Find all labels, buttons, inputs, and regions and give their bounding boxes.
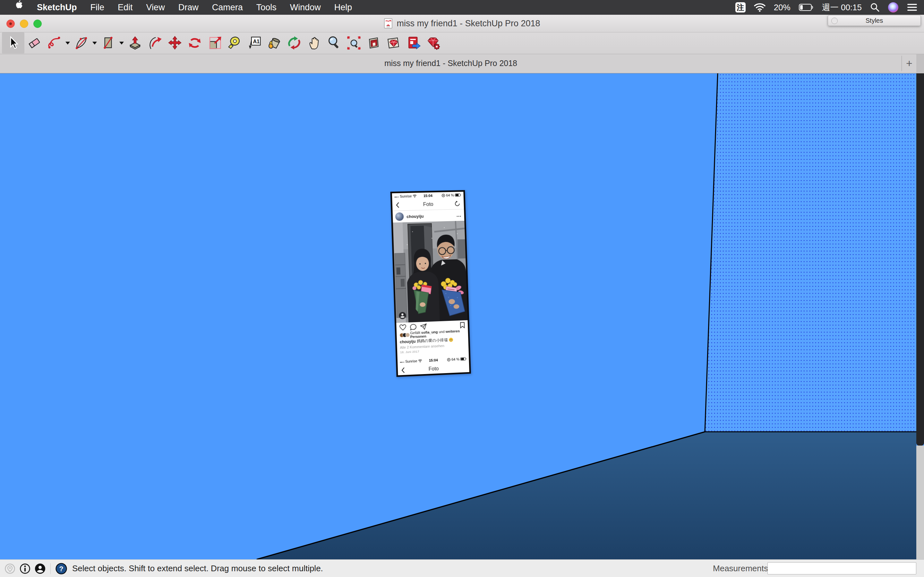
menu-sketchup[interactable]: SketchUp: [30, 0, 84, 15]
menu-tools[interactable]: Tools: [250, 0, 283, 15]
like-icon[interactable]: [399, 324, 407, 331]
apple-menu[interactable]: [7, 0, 30, 15]
measurements-label: Measurements: [713, 560, 768, 577]
battery-percent: 20%: [774, 3, 790, 13]
carrier-name: Sunrise: [400, 194, 412, 198]
push-pull-icon: [128, 35, 142, 50]
menubar-clock[interactable]: 週一 00:15: [822, 2, 862, 13]
arc-tool-button[interactable]: [71, 33, 91, 53]
status-bar: ? Select objects. Shift to extend select…: [0, 559, 924, 577]
photo-textures-button[interactable]: [384, 33, 404, 53]
input-method-icon[interactable]: 注: [735, 2, 746, 13]
styles-palette[interactable]: Styles: [828, 15, 921, 26]
post-username[interactable]: chouyiju: [407, 213, 424, 219]
3d-warehouse-icon: [367, 35, 381, 50]
menu-help[interactable]: Help: [328, 0, 359, 15]
rotate-icon: [187, 35, 202, 50]
scale-icon: [207, 35, 222, 50]
text-icon: A1: [247, 35, 262, 50]
menu-camera[interactable]: Camera: [205, 0, 250, 15]
zoom-extents-tool-button[interactable]: [344, 33, 364, 53]
zoom-icon: [326, 35, 341, 50]
menu-file[interactable]: File: [84, 0, 111, 15]
wifi-icon: [418, 359, 422, 363]
status-hint-text: Select objects. Shift to extend select. …: [72, 564, 323, 574]
push-pull-tool-button[interactable]: [125, 33, 145, 53]
spotlight-icon[interactable]: [870, 3, 880, 12]
avatar[interactable]: [395, 212, 404, 221]
notification-center-icon[interactable]: [907, 3, 918, 11]
palette-title: Styles: [828, 15, 921, 26]
smile-emoji-icon: [449, 338, 453, 342]
phone-battery-icon: [460, 357, 467, 361]
desktop-edge: [916, 446, 924, 559]
follow-me-tool-button[interactable]: [145, 33, 165, 53]
help-icon[interactable]: ?: [55, 563, 67, 574]
geolocation-icon[interactable]: [5, 563, 15, 574]
zoom-tool-button[interactable]: [324, 33, 344, 53]
scale-tool-button[interactable]: [205, 33, 225, 53]
send-to-layout-button[interactable]: [404, 33, 423, 53]
svg-text:?: ?: [59, 565, 63, 573]
3d-warehouse-button[interactable]: [364, 33, 384, 53]
select-tool-button[interactable]: [2, 32, 24, 53]
freehand-tool-button[interactable]: [44, 33, 64, 53]
post-more-button[interactable]: …: [456, 212, 462, 218]
model-viewport[interactable]: 15:04 Sunrise: [0, 73, 924, 559]
svg-text:A1: A1: [253, 39, 260, 44]
extension-warehouse-button[interactable]: [423, 33, 443, 53]
orbit-icon: [287, 35, 302, 50]
arc-dropdown[interactable]: [91, 33, 98, 53]
follow-me-icon: [148, 35, 162, 50]
wifi-icon[interactable]: [754, 3, 766, 12]
share-icon[interactable]: [420, 324, 427, 330]
menu-window[interactable]: Window: [283, 0, 328, 15]
active-document-tab[interactable]: miss my friend1 - SketchUp Pro 2018: [0, 54, 901, 73]
tabbar-end-cap: [916, 54, 924, 73]
menu-draw[interactable]: Draw: [172, 0, 205, 15]
pan-tool-button[interactable]: [304, 33, 324, 53]
siri-icon[interactable]: [888, 2, 898, 13]
instagram-screenshot-tile: 15:04 Sunrise: [392, 192, 469, 358]
toolbar: A1: [0, 32, 924, 54]
paint-bucket-tool-button[interactable]: [264, 33, 284, 53]
orbit-tool-button[interactable]: [284, 33, 304, 53]
tape-measure-icon: [227, 35, 242, 50]
shape-tool-button[interactable]: [98, 33, 118, 53]
nav-title: Foto: [392, 198, 464, 211]
comment-icon[interactable]: [410, 324, 417, 330]
document-icon[interactable]: [384, 18, 393, 29]
new-tab-button[interactable]: +: [902, 54, 916, 73]
text-tool-button[interactable]: A1: [244, 33, 264, 53]
liker-name[interactable]: sofia_ung: [421, 330, 438, 334]
statusbar-divider: [50, 563, 51, 574]
instructor-info-icon[interactable]: [19, 563, 31, 574]
window-title: miss my friend1 - SketchUp Pro 2018: [397, 19, 540, 29]
arc-icon: [74, 35, 89, 50]
selected-wall-face[interactable]: [705, 73, 916, 432]
rotate-tool-button[interactable]: [185, 33, 205, 53]
move-tool-button[interactable]: [165, 33, 185, 53]
caption-username[interactable]: chouyiju: [400, 339, 416, 344]
phone-battery-percent: 64 %: [451, 357, 459, 361]
phone-photo-object[interactable]: 15:04 Sunrise: [391, 190, 471, 377]
shape-dropdown[interactable]: [118, 33, 125, 53]
measurements-input[interactable]: [767, 562, 916, 574]
document-tabbar: miss my friend1 - SketchUp Pro 2018 +: [0, 54, 924, 73]
macos-menubar: SketchUp File Edit View Draw Camera Tool…: [0, 0, 924, 15]
battery-icon[interactable]: [799, 3, 814, 11]
bookmark-icon[interactable]: [460, 322, 465, 328]
freehand-dropdown[interactable]: [64, 33, 71, 53]
phone-battery-icon: [455, 193, 461, 197]
menu-edit[interactable]: Edit: [111, 0, 140, 15]
sign-in-icon[interactable]: [35, 563, 45, 574]
eraser-tool-button[interactable]: [24, 33, 44, 53]
paint-bucket-icon: [267, 35, 282, 50]
refresh-icon[interactable]: [454, 200, 461, 207]
photo-textures-icon: [386, 35, 401, 50]
chevron-down-icon: [65, 41, 70, 45]
menu-view[interactable]: View: [140, 0, 172, 15]
orientation-lock-icon: [441, 193, 445, 197]
send-to-layout-icon: [406, 35, 421, 50]
tape-measure-tool-button[interactable]: [225, 33, 244, 53]
